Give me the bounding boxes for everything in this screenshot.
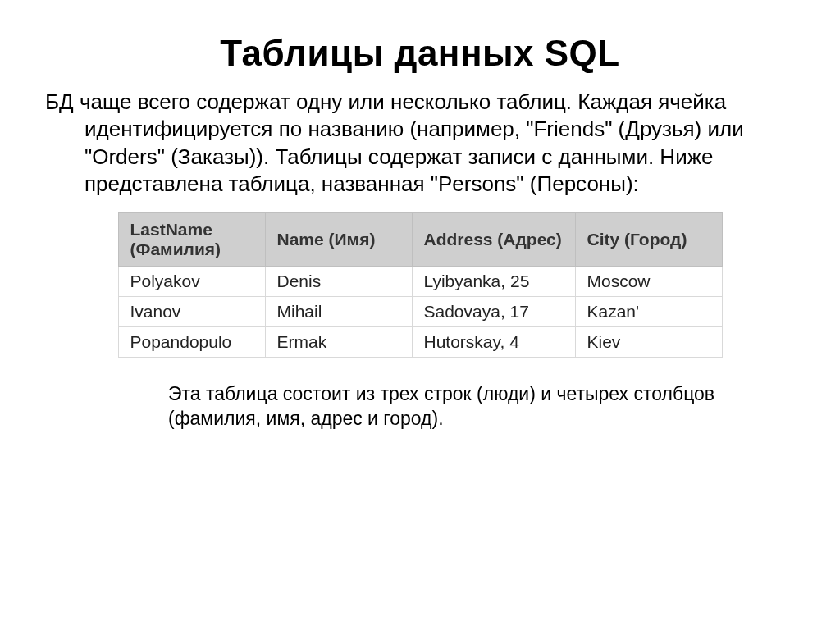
table-row: Polyakov Denis Lyibyanka, 25 Moscow	[118, 267, 722, 297]
cell-name: Ermak	[265, 327, 412, 358]
cell-name: Denis	[265, 267, 412, 297]
cell-city: Kazan'	[575, 297, 722, 327]
cell-lastname: Popandopulo	[118, 327, 265, 358]
col-header-name: Name (Имя)	[265, 213, 412, 267]
slide-title: Таблицы данных SQL	[45, 33, 795, 74]
table-container: LastName (Фамилия) Name (Имя) Address (А…	[45, 212, 795, 358]
cell-address: Sadovaya, 17	[412, 297, 575, 327]
table-row: Ivanov Mihail Sadovaya, 17 Kazan'	[118, 297, 722, 327]
col-header-city: City (Город)	[575, 213, 722, 267]
cell-address: Hutorskay, 4	[412, 327, 575, 358]
table-header-row: LastName (Фамилия) Name (Имя) Address (А…	[118, 213, 722, 267]
footnote: Эта таблица состоит из трех строк (люди)…	[168, 382, 742, 431]
cell-name: Mihail	[265, 297, 412, 327]
col-header-lastname: LastName (Фамилия)	[118, 213, 265, 267]
cell-city: Moscow	[575, 267, 722, 297]
slide: Таблицы данных SQL БД чаще всего содержа…	[0, 0, 840, 630]
persons-table: LastName (Фамилия) Name (Имя) Address (А…	[118, 212, 723, 358]
body-paragraph: БД чаще всего содержат одну или нескольк…	[45, 89, 795, 198]
body-paragraph-text: БД чаще всего содержат одну или нескольк…	[45, 89, 795, 198]
cell-address: Lyibyanka, 25	[412, 267, 575, 297]
table-row: Popandopulo Ermak Hutorskay, 4 Kiev	[118, 327, 722, 358]
cell-city: Kiev	[575, 327, 722, 358]
cell-lastname: Ivanov	[118, 297, 265, 327]
cell-lastname: Polyakov	[118, 267, 265, 297]
col-header-address: Address (Адрес)	[412, 213, 575, 267]
